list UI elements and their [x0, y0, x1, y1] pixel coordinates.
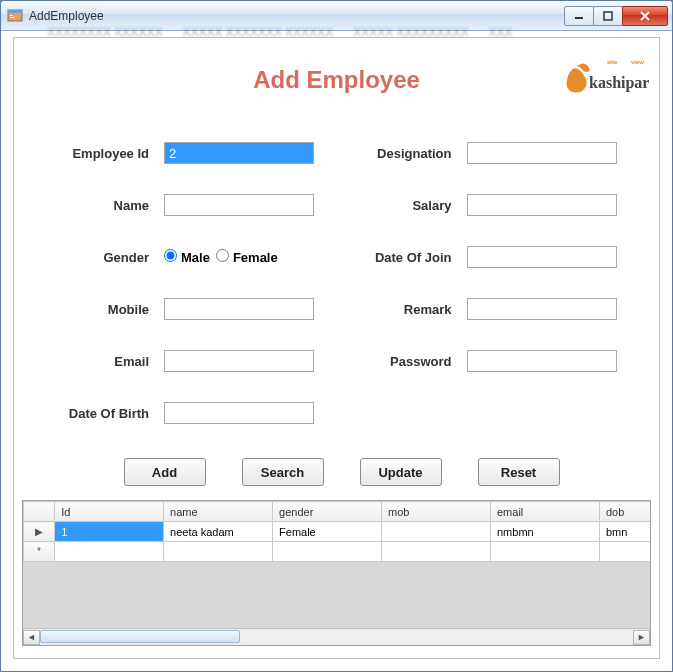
form-panel: Add Employee site view kashipara Employe… — [13, 37, 660, 659]
reset-button[interactable]: Reset — [478, 458, 560, 486]
new-row-indicator-icon: * — [24, 542, 55, 562]
gender-male-option[interactable]: Male — [164, 249, 210, 265]
label-gender: Gender — [34, 250, 164, 265]
label-name: Name — [34, 198, 164, 213]
close-button[interactable] — [622, 6, 668, 26]
scroll-right-arrow-icon[interactable]: ► — [633, 630, 650, 645]
col-gender[interactable]: gender — [273, 502, 382, 522]
gender-male-radio[interactable] — [164, 249, 177, 262]
update-button[interactable]: Update — [360, 458, 442, 486]
minimize-button[interactable] — [564, 6, 594, 26]
scroll-track[interactable] — [40, 630, 633, 645]
name-input[interactable] — [164, 194, 314, 216]
label-designation: Designation — [337, 146, 467, 161]
maximize-button[interactable] — [593, 6, 623, 26]
scroll-left-arrow-icon[interactable]: ◄ — [23, 630, 40, 645]
svg-rect-1 — [8, 10, 22, 13]
mobile-input[interactable] — [164, 298, 314, 320]
salary-input[interactable] — [467, 194, 617, 216]
search-button[interactable]: Search — [242, 458, 324, 486]
svg-rect-3 — [10, 17, 15, 18]
col-name[interactable]: name — [164, 502, 273, 522]
password-input[interactable] — [467, 350, 617, 372]
employee-id-input[interactable] — [164, 142, 314, 164]
svg-rect-5 — [604, 12, 612, 20]
label-doj: Date Of Join — [337, 250, 467, 265]
window-title: AddEmployee — [29, 9, 565, 23]
app-icon — [7, 8, 23, 24]
row-indicator-icon: ▶ — [24, 522, 55, 542]
col-mob[interactable]: mob — [382, 502, 491, 522]
brand-logo: site view kashipara — [559, 48, 649, 108]
table-new-row[interactable]: * — [24, 542, 652, 562]
label-password: Password — [337, 354, 467, 369]
cell-name[interactable]: neeta kadam — [164, 522, 273, 542]
svg-rect-4 — [575, 17, 583, 19]
action-buttons: Add Search Update Reset — [14, 458, 659, 486]
date-of-birth-input[interactable] — [164, 402, 314, 424]
cell-dob[interactable]: bmn — [599, 522, 651, 542]
col-email[interactable]: email — [491, 502, 600, 522]
svg-text:kashipara: kashipara — [589, 74, 649, 92]
date-of-join-input[interactable] — [467, 246, 617, 268]
gender-female-option[interactable]: Female — [216, 249, 278, 265]
cell-id[interactable]: 1 — [55, 522, 164, 542]
app-window: AddEmployee XXXXXXXX XXXXXX XXXXX XXXXXX… — [0, 0, 673, 672]
label-email: Email — [34, 354, 164, 369]
label-remark: Remark — [337, 302, 467, 317]
add-button[interactable]: Add — [124, 458, 206, 486]
remark-input[interactable] — [467, 298, 617, 320]
grid-corner — [24, 502, 55, 522]
designation-input[interactable] — [467, 142, 617, 164]
data-grid[interactable]: Id name gender mob email dob ▶ 1 neeta k… — [22, 500, 651, 646]
horizontal-scrollbar[interactable]: ◄ ► — [23, 628, 650, 645]
gender-female-radio[interactable] — [216, 249, 229, 262]
window-controls — [565, 6, 668, 26]
cell-mob[interactable] — [382, 522, 491, 542]
svg-rect-2 — [10, 15, 13, 16]
label-mobile: Mobile — [34, 302, 164, 317]
label-dob: Date Of Birth — [34, 406, 164, 421]
col-id[interactable]: Id — [55, 502, 164, 522]
col-dob[interactable]: dob — [599, 502, 651, 522]
label-salary: Salary — [337, 198, 467, 213]
svg-text:view: view — [631, 59, 644, 65]
email-input[interactable] — [164, 350, 314, 372]
titlebar[interactable]: AddEmployee — [1, 1, 672, 31]
label-empid: Employee Id — [34, 146, 164, 161]
cell-email[interactable]: nmbmn — [491, 522, 600, 542]
grid-header-row: Id name gender mob email dob — [24, 502, 652, 522]
cell-gender[interactable]: Female — [273, 522, 382, 542]
client-area: XXXXXXXX XXXXXX XXXXX XXXXXXX XXXXXX XXX… — [7, 31, 666, 665]
form-grid: Employee Id Designation Name Salary — [14, 138, 659, 450]
svg-text:site: site — [607, 59, 618, 65]
table-row[interactable]: ▶ 1 neeta kadam Female nmbmn bmn — [24, 522, 652, 542]
scroll-thumb[interactable] — [40, 630, 240, 643]
